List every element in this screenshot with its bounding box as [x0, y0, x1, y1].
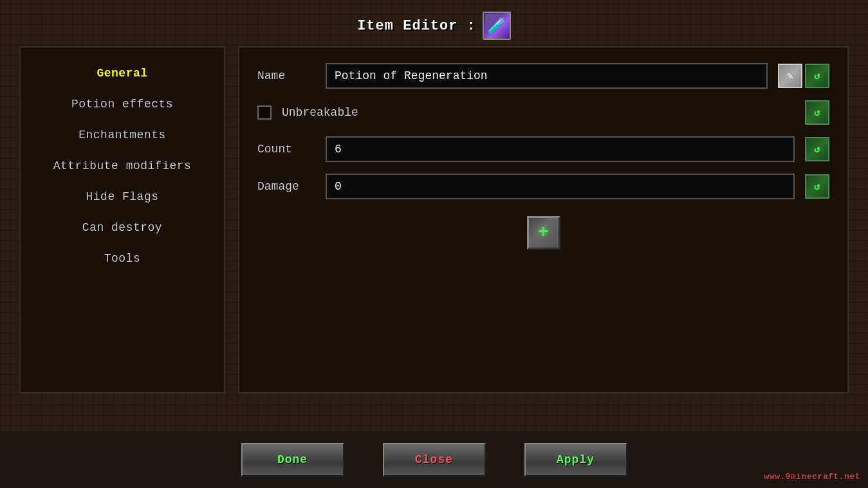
unbreakable-refresh-button[interactable]: ↺ [805, 100, 829, 125]
unbreakable-label: Unbreakable [282, 106, 358, 119]
refresh-icon-damage: ↺ [814, 180, 820, 193]
damage-refresh-button[interactable]: ↺ [805, 174, 829, 199]
unbreakable-row: Unbreakable ↺ [257, 100, 829, 125]
eraser-icon: ✎ [787, 69, 793, 82]
add-button[interactable]: + [527, 216, 560, 249]
refresh-icon: ↺ [814, 69, 820, 82]
count-label: Count [257, 143, 315, 156]
damage-actions: ↺ [805, 174, 829, 199]
refresh-icon-count: ↺ [814, 143, 820, 156]
sidebar-item-general[interactable]: General [27, 60, 217, 86]
sidebar-item-attribute-modifiers[interactable]: Attribute modifiers [27, 153, 217, 179]
sidebar-item-hide-flags[interactable]: Hide Flags [27, 184, 217, 210]
content-area: Name ✎ ↺ Unbreakable ↺ Count [238, 46, 849, 393]
count-input[interactable] [326, 136, 795, 162]
unbreakable-checkbox[interactable] [257, 105, 272, 120]
main-container: General Potion effects Enchantments Attr… [0, 46, 868, 451]
title-bar: Item Editor : 🧪 [0, 0, 868, 46]
damage-row: Damage ↺ [257, 174, 829, 199]
close-button[interactable]: Close [383, 443, 486, 476]
sidebar-item-can-destroy[interactable]: Can destroy [27, 215, 217, 240]
watermark: www.9minecraft.net [764, 472, 860, 482]
sidebar: General Potion effects Enchantments Attr… [19, 46, 225, 393]
refresh-icon-unbreakable: ↺ [814, 106, 820, 119]
count-refresh-button[interactable]: ↺ [805, 137, 829, 161]
name-row: Name ✎ ↺ [257, 63, 829, 89]
bottom-bar: Done Close Apply [0, 431, 868, 488]
name-actions: ✎ ↺ [778, 64, 829, 88]
count-row: Count ↺ [257, 136, 829, 162]
potion-icon: 🧪 [487, 17, 506, 35]
plus-icon: + [538, 224, 549, 242]
name-refresh-button[interactable]: ↺ [805, 64, 829, 88]
sidebar-item-enchantments[interactable]: Enchantments [27, 122, 217, 148]
apply-button[interactable]: Apply [524, 443, 627, 476]
sidebar-item-tools[interactable]: Tools [27, 246, 217, 271]
name-label: Name [257, 69, 315, 82]
sidebar-item-potion-effects[interactable]: Potion effects [27, 91, 217, 117]
count-actions: ↺ [805, 137, 829, 161]
damage-input[interactable] [326, 174, 795, 199]
add-row: + [257, 211, 829, 252]
name-input[interactable] [326, 63, 768, 89]
item-icon: 🧪 [483, 12, 511, 40]
name-clear-button[interactable]: ✎ [778, 64, 802, 88]
page-title: Item Editor : [357, 18, 476, 34]
done-button[interactable]: Done [241, 443, 344, 476]
damage-label: Damage [257, 180, 315, 193]
